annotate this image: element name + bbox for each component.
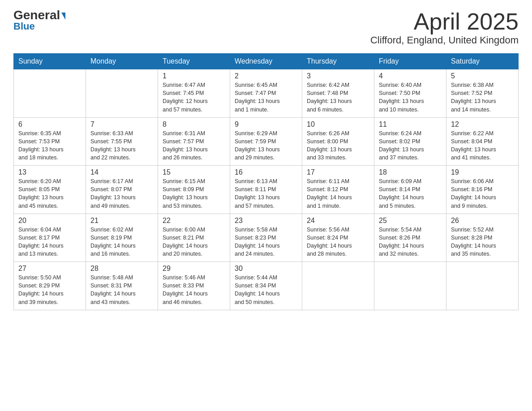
day-info: Sunrise: 6:40 AM Sunset: 7:50 PM Dayligh… — [379, 81, 442, 114]
day-info: Sunrise: 5:50 AM Sunset: 8:29 PM Dayligh… — [18, 274, 81, 306]
calendar-week-row: 1Sunrise: 6:47 AM Sunset: 7:45 PM Daylig… — [14, 69, 519, 118]
day-number: 18 — [379, 168, 442, 176]
calendar-cell: 20Sunrise: 6:04 AM Sunset: 8:17 PM Dayli… — [14, 214, 86, 262]
calendar-cell: 27Sunrise: 5:50 AM Sunset: 8:29 PM Dayli… — [14, 262, 86, 310]
location-title: Clifford, England, United Kingdom — [370, 34, 519, 46]
day-number: 15 — [163, 168, 225, 176]
calendar-cell: 5Sunrise: 6:38 AM Sunset: 7:52 PM Daylig… — [446, 69, 519, 118]
day-number: 29 — [163, 265, 225, 273]
logo: General Blue — [13, 9, 65, 31]
day-number: 1 — [163, 72, 225, 80]
day-number: 2 — [235, 72, 297, 80]
day-number: 12 — [451, 120, 514, 128]
day-info: Sunrise: 5:52 AM Sunset: 8:28 PM Dayligh… — [451, 226, 514, 258]
calendar-cell: 18Sunrise: 6:09 AM Sunset: 8:14 PM Dayli… — [374, 166, 446, 214]
calendar-cell: 6Sunrise: 6:35 AM Sunset: 7:53 PM Daylig… — [14, 117, 86, 166]
calendar-cell — [14, 69, 86, 118]
title-block: April 2025 Clifford, England, United Kin… — [370, 9, 519, 46]
day-number: 4 — [379, 72, 442, 80]
day-number: 8 — [163, 120, 225, 128]
calendar-header-wednesday: Wednesday — [230, 54, 302, 69]
day-number: 7 — [90, 120, 153, 128]
day-number: 5 — [451, 72, 514, 80]
calendar-cell — [86, 69, 158, 118]
calendar-cell: 17Sunrise: 6:11 AM Sunset: 8:12 PM Dayli… — [302, 166, 374, 214]
day-info: Sunrise: 6:26 AM Sunset: 8:00 PM Dayligh… — [307, 129, 369, 162]
calendar-cell: 7Sunrise: 6:33 AM Sunset: 7:55 PM Daylig… — [86, 117, 158, 166]
day-number: 3 — [307, 72, 369, 80]
day-number: 25 — [379, 217, 442, 225]
calendar-cell: 25Sunrise: 5:54 AM Sunset: 8:26 PM Dayli… — [374, 214, 446, 262]
calendar-header-friday: Friday — [374, 54, 446, 69]
day-number: 14 — [90, 168, 153, 176]
day-number: 27 — [18, 265, 81, 273]
day-info: Sunrise: 6:47 AM Sunset: 7:45 PM Dayligh… — [163, 81, 225, 114]
calendar-cell: 24Sunrise: 5:56 AM Sunset: 8:24 PM Dayli… — [302, 214, 374, 262]
calendar-header-saturday: Saturday — [446, 54, 519, 69]
day-info: Sunrise: 6:13 AM Sunset: 8:11 PM Dayligh… — [235, 177, 297, 210]
day-number: 30 — [235, 265, 297, 273]
day-number: 9 — [235, 120, 297, 128]
day-number: 19 — [451, 168, 514, 176]
logo-blue-text: Blue — [13, 21, 35, 31]
calendar-week-row: 27Sunrise: 5:50 AM Sunset: 8:29 PM Dayli… — [14, 262, 519, 310]
day-info: Sunrise: 6:02 AM Sunset: 8:19 PM Dayligh… — [90, 226, 153, 258]
calendar-week-row: 20Sunrise: 6:04 AM Sunset: 8:17 PM Dayli… — [14, 214, 519, 262]
day-number: 13 — [18, 168, 81, 176]
calendar-cell — [374, 262, 446, 310]
day-number: 6 — [18, 120, 81, 128]
day-number: 22 — [163, 217, 225, 225]
calendar-cell: 8Sunrise: 6:31 AM Sunset: 7:57 PM Daylig… — [158, 117, 230, 166]
calendar-cell: 22Sunrise: 6:00 AM Sunset: 8:21 PM Dayli… — [158, 214, 230, 262]
calendar-table: SundayMondayTuesdayWednesdayThursdayFrid… — [13, 53, 519, 310]
calendar-header-monday: Monday — [86, 54, 158, 69]
day-number: 24 — [307, 217, 369, 225]
day-info: Sunrise: 6:09 AM Sunset: 8:14 PM Dayligh… — [379, 177, 442, 210]
day-number: 26 — [451, 217, 514, 225]
day-info: Sunrise: 6:22 AM Sunset: 8:04 PM Dayligh… — [451, 129, 514, 162]
day-number: 21 — [90, 217, 153, 225]
calendar-cell: 21Sunrise: 6:02 AM Sunset: 8:19 PM Dayli… — [86, 214, 158, 262]
month-title: April 2025 — [370, 9, 519, 34]
day-info: Sunrise: 6:33 AM Sunset: 7:55 PM Dayligh… — [90, 129, 153, 162]
calendar-header-thursday: Thursday — [302, 54, 374, 69]
calendar-cell: 30Sunrise: 5:44 AM Sunset: 8:34 PM Dayli… — [230, 262, 302, 310]
calendar-cell: 14Sunrise: 6:17 AM Sunset: 8:07 PM Dayli… — [86, 166, 158, 214]
calendar-cell: 19Sunrise: 6:06 AM Sunset: 8:16 PM Dayli… — [446, 166, 519, 214]
day-number: 17 — [307, 168, 369, 176]
calendar-week-row: 13Sunrise: 6:20 AM Sunset: 8:05 PM Dayli… — [14, 166, 519, 214]
day-info: Sunrise: 5:44 AM Sunset: 8:34 PM Dayligh… — [235, 274, 297, 306]
day-number: 16 — [235, 168, 297, 176]
day-number: 20 — [18, 217, 81, 225]
day-info: Sunrise: 6:38 AM Sunset: 7:52 PM Dayligh… — [451, 81, 514, 114]
day-info: Sunrise: 6:31 AM Sunset: 7:57 PM Dayligh… — [163, 129, 225, 162]
calendar-header-row: SundayMondayTuesdayWednesdayThursdayFrid… — [14, 54, 519, 69]
day-info: Sunrise: 6:06 AM Sunset: 8:16 PM Dayligh… — [451, 177, 514, 210]
day-info: Sunrise: 6:24 AM Sunset: 8:02 PM Dayligh… — [379, 129, 442, 162]
day-info: Sunrise: 5:58 AM Sunset: 8:23 PM Dayligh… — [235, 226, 297, 258]
day-info: Sunrise: 5:56 AM Sunset: 8:24 PM Dayligh… — [307, 226, 369, 258]
calendar-cell: 1Sunrise: 6:47 AM Sunset: 7:45 PM Daylig… — [158, 69, 230, 118]
day-info: Sunrise: 6:11 AM Sunset: 8:12 PM Dayligh… — [307, 177, 369, 210]
calendar-cell: 13Sunrise: 6:20 AM Sunset: 8:05 PM Dayli… — [14, 166, 86, 214]
day-info: Sunrise: 6:42 AM Sunset: 7:48 PM Dayligh… — [307, 81, 369, 114]
day-info: Sunrise: 5:46 AM Sunset: 8:33 PM Dayligh… — [163, 274, 225, 306]
calendar-cell: 4Sunrise: 6:40 AM Sunset: 7:50 PM Daylig… — [374, 69, 446, 118]
day-info: Sunrise: 5:54 AM Sunset: 8:26 PM Dayligh… — [379, 226, 442, 258]
calendar-header-tuesday: Tuesday — [158, 54, 230, 69]
day-info: Sunrise: 6:29 AM Sunset: 7:59 PM Dayligh… — [235, 129, 297, 162]
day-info: Sunrise: 6:17 AM Sunset: 8:07 PM Dayligh… — [90, 177, 153, 210]
calendar-cell: 12Sunrise: 6:22 AM Sunset: 8:04 PM Dayli… — [446, 117, 519, 166]
day-number: 11 — [379, 120, 442, 128]
day-info: Sunrise: 6:15 AM Sunset: 8:09 PM Dayligh… — [163, 177, 225, 210]
day-info: Sunrise: 6:45 AM Sunset: 7:47 PM Dayligh… — [235, 81, 297, 114]
day-info: Sunrise: 6:00 AM Sunset: 8:21 PM Dayligh… — [163, 226, 225, 258]
calendar-cell: 15Sunrise: 6:15 AM Sunset: 8:09 PM Dayli… — [158, 166, 230, 214]
calendar-cell: 9Sunrise: 6:29 AM Sunset: 7:59 PM Daylig… — [230, 117, 302, 166]
calendar-cell: 23Sunrise: 5:58 AM Sunset: 8:23 PM Dayli… — [230, 214, 302, 262]
day-info: Sunrise: 6:20 AM Sunset: 8:05 PM Dayligh… — [18, 177, 81, 210]
calendar-cell: 29Sunrise: 5:46 AM Sunset: 8:33 PM Dayli… — [158, 262, 230, 310]
calendar-cell — [446, 262, 519, 310]
calendar-cell: 11Sunrise: 6:24 AM Sunset: 8:02 PM Dayli… — [374, 117, 446, 166]
calendar-cell: 10Sunrise: 6:26 AM Sunset: 8:00 PM Dayli… — [302, 117, 374, 166]
